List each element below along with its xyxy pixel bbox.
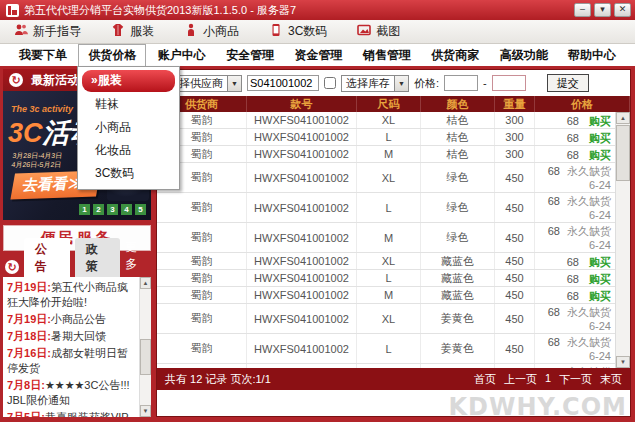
news-scrollbar: ▲ ▼ [139,277,151,417]
filter-checkbox[interactable] [324,77,336,89]
page-number[interactable]: 1 [545,372,551,387]
first-page-link[interactable]: 首页 [474,372,496,387]
banner-page-button[interactable]: 3 [107,204,118,215]
table-row: 蜀韵 HWXFS041001002 M 绿色 450 68 永久缺货 6-24 [157,223,615,253]
banner-page-button[interactable]: 2 [93,204,104,215]
tab-announcements[interactable]: 公告 [24,238,70,277]
menubar-item[interactable]: 销售管理 [354,45,420,66]
menubar-item[interactable]: 供货价格 [78,44,146,67]
next-page-link[interactable]: 下一页 [559,372,592,387]
toolbar-digital-button[interactable]: 3C数码 [269,23,327,40]
toolbar: 新手指导 服装 小商品 3C数码 截图 [0,20,635,44]
cell-size: L [357,193,421,222]
cell-color: 绿色 [421,163,495,192]
cell-size: XL [357,304,421,333]
cell-model: HWXFS041001002 [247,304,357,333]
table-row: 蜀韵 HWXFS041001002 L 桔色 300 68 购买 [157,129,615,146]
price-value: 68 [567,290,579,302]
more-link[interactable]: 更多 [125,239,149,277]
banner-page-button[interactable]: 5 [135,204,146,215]
category-menu-item[interactable]: 化妆品 [78,139,179,162]
table-row: 蜀韵 HWXFS041001002 XL 藏蓝色 450 68 购买 [157,253,615,270]
scrollbar-thumb[interactable] [616,125,630,181]
menubar-item[interactable]: 高级功能 [491,45,557,66]
last-page-link[interactable]: 末页 [600,372,622,387]
cell-model: HWXFS041001002 [247,163,357,192]
stock-select[interactable]: 选择库存 ▼ [341,75,409,92]
category-menu-item[interactable]: 鞋袜 [78,93,179,116]
news-date: 7月8日: [7,379,45,391]
toolbar-clothing-button[interactable]: 服装 [111,23,154,40]
buy-link[interactable]: 购买 [589,132,611,144]
banner-page-button[interactable]: 1 [79,204,90,215]
menubar-item[interactable]: 帮助中心 [559,45,625,66]
cell-color: 藏蓝色 [421,270,495,286]
cell-price: 68 永久缺货 6-24 [535,364,615,368]
cell-size: XL [357,112,421,128]
clothing-icon [111,23,125,40]
watermark: KDWHY.COM [449,393,628,421]
supplier-code-input[interactable] [247,75,319,91]
price-min-input[interactable] [444,75,478,91]
category-menu-item[interactable]: 3C数码 [78,162,179,185]
news-item[interactable]: 7月8日:★★★★3C公告!!! JBL限价通知 [7,378,138,408]
scrollbar-thumb[interactable] [140,339,151,375]
prev-page-link[interactable]: 上一页 [504,372,537,387]
cell-model: HWXFS041001002 [247,334,357,363]
menubar-item[interactable]: 账户中心 [149,45,215,66]
news-item[interactable]: 7月19日:小商品公告 [7,312,138,327]
news-item[interactable]: 7月5日:恭喜服装获奖VIP名单! [7,410,138,417]
buy-link[interactable]: 购买 [589,273,611,285]
tab-policy[interactable]: 政策 [75,238,121,277]
menubar-item[interactable]: 安全管理 [217,45,283,66]
price-value: 68 [567,256,579,268]
table-row: 蜀韵 HWXFS041001002 L 藏蓝色 450 68 购买 [157,270,615,287]
refresh-icon[interactable]: ↻ [5,260,19,274]
news-date: 7月16日: [7,347,51,359]
scroll-up-icon[interactable]: ▲ [616,112,630,124]
news-date: 7月19日: [7,313,51,325]
price-value: 68 [567,149,579,161]
scroll-down-icon[interactable]: ▼ [616,356,630,368]
price-value: 68 [548,225,560,237]
buy-link[interactable]: 购买 [589,290,611,302]
submit-button[interactable]: 提交 [547,74,589,92]
banner-page-button[interactable]: 4 [121,204,132,215]
toolbar-small-goods-button[interactable]: 小商品 [184,23,239,40]
toolbar-clothing-label: 服装 [130,23,154,40]
news-item[interactable]: 7月19日:第五代小商品疯狂大降价开始啦! [7,280,138,310]
scroll-down-icon[interactable]: ▼ [140,405,151,417]
scroll-up-icon[interactable]: ▲ [140,277,151,289]
refresh-icon[interactable]: ↻ [9,73,23,87]
cell-size: M [357,223,421,252]
news-item[interactable]: 7月18日:暑期大回馈 [7,329,138,344]
category-menu-item[interactable]: »服装 [82,70,175,92]
table-row: 蜀韵 HWXFS041001002 XL 姜黄色 450 68 永久缺货 6-2… [157,304,615,334]
person-icon [184,23,198,40]
menubar-item[interactable]: 我要下单 [10,45,76,66]
buy-link[interactable]: 购买 [589,115,611,127]
price-max-input[interactable] [492,75,526,91]
cell-price: 68 购买 [535,112,615,128]
price-value: 68 [548,195,560,207]
screenshot-icon [357,23,371,40]
cell-price: 68 购买 [535,253,615,269]
buy-link[interactable]: 购买 [589,256,611,268]
toolbar-screenshot-button[interactable]: 截图 [357,23,400,40]
menubar-item[interactable]: 供货商家 [422,45,488,66]
category-menu-item[interactable]: 小商品 [78,116,179,139]
news-item[interactable]: 7月16日:成都女鞋明日暂停发货 [7,346,138,376]
close-button[interactable]: ✕ [614,3,631,17]
buy-link[interactable]: 购买 [589,149,611,161]
restore-button[interactable]: ▾ [594,3,611,17]
cell-color: 姜黄色 [421,364,495,368]
toolbar-guide-button[interactable]: 新手指导 [14,23,81,40]
cell-weight: 450 [495,223,535,252]
cell-size: XL [357,163,421,192]
minimize-button[interactable]: – [574,3,591,17]
cell-color: 藏蓝色 [421,253,495,269]
menubar-item[interactable]: 资金管理 [286,45,352,66]
toolbar-screenshot-label: 截图 [376,23,400,40]
cell-model: HWXFS041001002 [247,270,357,286]
cell-weight: 450 [495,193,535,222]
